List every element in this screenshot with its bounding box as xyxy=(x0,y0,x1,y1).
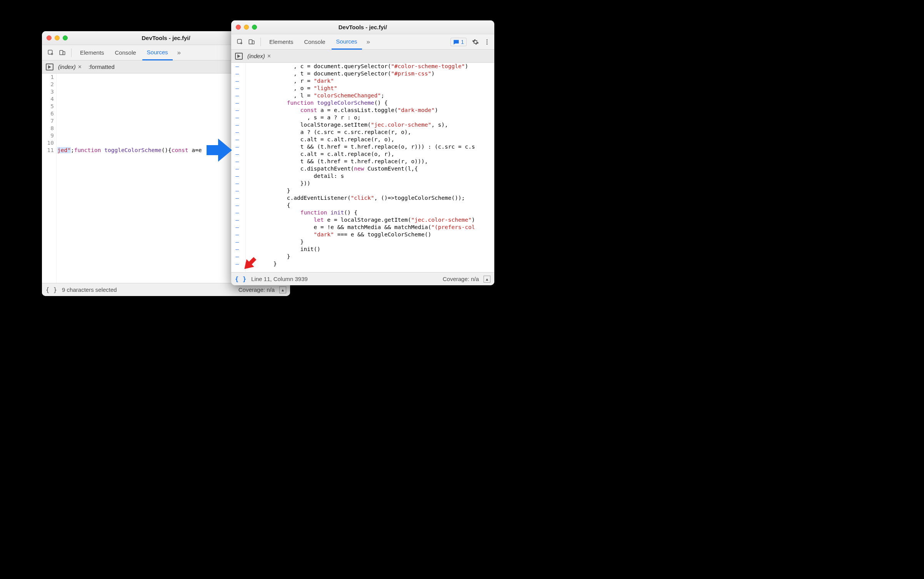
line-number: 9 xyxy=(42,132,54,139)
line-marker: – xyxy=(231,180,243,187)
navigator-toggle-icon[interactable] xyxy=(45,62,54,72)
line-marker: – xyxy=(231,85,243,92)
code-line[interactable]: const a = e.classList.toggle("dark-mode"… xyxy=(247,107,494,114)
code-line[interactable]: c.addEventListener("click", ()=>toggleCo… xyxy=(247,194,494,202)
file-tab-index[interactable]: (index) × xyxy=(244,50,274,63)
close-tab-icon[interactable]: × xyxy=(267,53,271,59)
code-line[interactable]: , o = "light" xyxy=(247,85,494,92)
code-line[interactable]: function init() { xyxy=(247,209,494,216)
code-line[interactable]: c.dispatchEvent(new CustomEvent(l,{ xyxy=(247,165,494,172)
svg-rect-1 xyxy=(60,50,63,55)
zoom-icon[interactable] xyxy=(63,35,68,40)
code-line[interactable]: c.alt = c.alt.replace(o, r), xyxy=(247,151,494,158)
code-line[interactable]: } xyxy=(247,260,494,268)
code-line[interactable]: "dark" === e && toggleColorScheme() xyxy=(247,231,494,238)
code-line[interactable]: function toggleColorScheme() { xyxy=(247,99,494,107)
code-line[interactable]: })) xyxy=(247,180,494,187)
line-marker: – xyxy=(231,151,243,158)
device-toggle-icon[interactable] xyxy=(57,48,67,58)
inspect-icon[interactable] xyxy=(235,37,245,47)
pretty-print-icon[interactable]: { } xyxy=(235,276,247,283)
code-editor[interactable]: –––––––––––––––––––––––––––– , c = docum… xyxy=(231,63,494,272)
traffic-lights xyxy=(231,25,257,30)
code-line[interactable]: , t = document.querySelector("#prism-css… xyxy=(247,70,494,77)
minimize-icon[interactable] xyxy=(244,25,249,30)
close-icon[interactable] xyxy=(47,35,52,40)
coverage-status: Coverage: n/a xyxy=(239,286,275,293)
code-line[interactable]: } xyxy=(247,238,494,246)
code-line[interactable]: } xyxy=(247,253,494,260)
line-marker: – xyxy=(231,238,243,246)
issues-count: 1 xyxy=(461,39,464,45)
tab-console[interactable]: Console xyxy=(110,45,141,60)
line-number: 4 xyxy=(42,95,54,103)
code-line[interactable]: { xyxy=(247,202,494,209)
file-tab-formatted[interactable]: :formatted xyxy=(85,60,118,74)
line-number: 7 xyxy=(42,117,54,125)
more-tabs-icon[interactable]: » xyxy=(174,49,184,57)
svg-rect-2 xyxy=(63,52,65,55)
line-marker: – xyxy=(231,165,243,172)
code-area[interactable]: , c = document.querySelector("#color-sch… xyxy=(246,63,494,272)
line-marker: – xyxy=(231,253,243,260)
line-marker: – xyxy=(231,172,243,180)
code-line[interactable]: , r = "dark" xyxy=(247,77,494,85)
svg-point-10 xyxy=(487,43,488,44)
divider xyxy=(260,38,261,46)
code-line[interactable]: e = !e && matchMedia && matchMedia("(pre… xyxy=(247,224,494,231)
line-marker: – xyxy=(231,136,243,143)
code-line[interactable]: t && (t.href = t.href.replace(r, o))), xyxy=(247,158,494,165)
code-line[interactable]: detail: s xyxy=(247,172,494,180)
tab-elements[interactable]: Elements xyxy=(265,34,298,50)
line-number: 8 xyxy=(42,125,54,132)
pretty-print-icon[interactable]: { } xyxy=(46,286,57,293)
svg-point-8 xyxy=(487,39,488,40)
navigator-toggle-icon[interactable] xyxy=(234,52,244,61)
tab-sources[interactable]: Sources xyxy=(332,34,362,50)
code-line[interactable]: } xyxy=(247,187,494,194)
zoom-icon[interactable] xyxy=(252,25,257,30)
line-marker: – xyxy=(231,231,243,238)
status-cursor: Line 11, Column 3939 xyxy=(251,276,308,282)
minimize-icon[interactable] xyxy=(55,35,60,40)
more-tabs-icon[interactable]: » xyxy=(364,38,373,46)
svg-rect-6 xyxy=(249,40,252,44)
kebab-icon[interactable] xyxy=(482,37,492,47)
inspect-icon[interactable] xyxy=(46,48,56,58)
line-marker: – xyxy=(231,246,243,253)
file-tab-index[interactable]: (index) × xyxy=(55,60,85,74)
status-selection: 9 characters selected xyxy=(62,286,117,293)
code-line[interactable]: t && (t.href = t.href.replace(o, r))) : … xyxy=(247,143,494,151)
code-line[interactable]: c.alt = c.alt.replace(r, o), xyxy=(247,136,494,143)
tab-elements[interactable]: Elements xyxy=(75,45,109,60)
close-tab-icon[interactable]: × xyxy=(78,64,82,70)
coverage-status: Coverage: n/a xyxy=(443,276,479,282)
code-line[interactable]: let e = localStorage.getItem("jec.color-… xyxy=(247,216,494,224)
device-toggle-icon[interactable] xyxy=(247,37,257,47)
line-marker: – xyxy=(231,129,243,136)
code-line[interactable]: init() xyxy=(247,246,494,253)
gear-icon[interactable] xyxy=(470,37,480,47)
line-marker: – xyxy=(231,158,243,165)
tab-sources[interactable]: Sources xyxy=(142,45,173,60)
show-console-icon[interactable]: ▴ xyxy=(279,286,286,293)
issue-icon xyxy=(453,39,459,45)
line-marker: – xyxy=(231,114,243,121)
line-marker: – xyxy=(231,143,243,151)
traffic-lights xyxy=(42,35,68,40)
code-line[interactable]: , l = "colorSchemeChanged"; xyxy=(247,92,494,99)
code-line[interactable]: , c = document.querySelector("#color-sch… xyxy=(247,63,494,70)
line-marker: – xyxy=(231,63,243,70)
divider xyxy=(71,49,72,57)
code-line[interactable]: a ? (c.src = c.src.replace(r, o), xyxy=(247,129,494,136)
line-marker: – xyxy=(231,92,243,99)
code-line[interactable]: localStorage.setItem("jec.color-scheme",… xyxy=(247,121,494,129)
close-icon[interactable] xyxy=(236,25,241,30)
statusbar: { } Line 11, Column 3939 Coverage: n/a ▴ xyxy=(231,272,494,285)
code-line[interactable]: , s = a ? r : o; xyxy=(247,114,494,121)
show-console-icon[interactable]: ▴ xyxy=(484,276,490,283)
issues-badge[interactable]: 1 xyxy=(450,38,467,46)
tab-console[interactable]: Console xyxy=(300,34,330,50)
svg-marker-4 xyxy=(48,66,50,68)
line-marker: – xyxy=(231,99,243,107)
